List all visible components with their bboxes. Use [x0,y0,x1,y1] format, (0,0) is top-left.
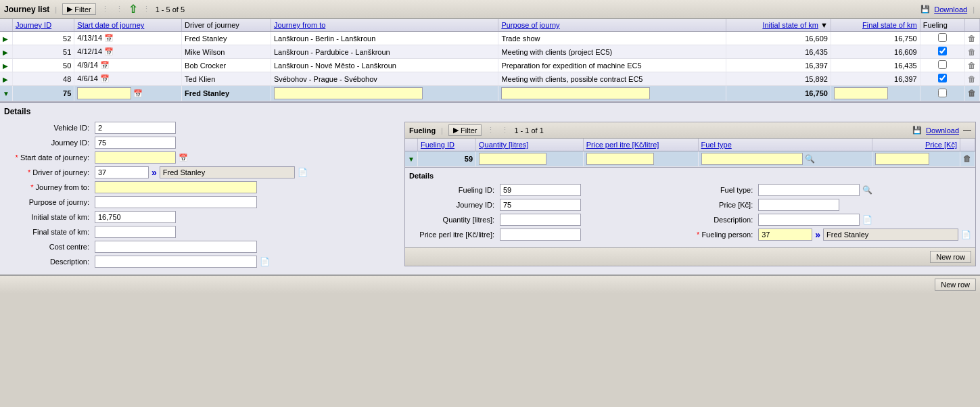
delete-icon[interactable]: 🗑 [963,154,971,164]
fueling-filter-button[interactable]: ▶ Filter [448,124,482,136]
final-km-cell: 16,397 [831,72,920,86]
search-icon[interactable]: 🔍 [862,185,872,195]
delete-icon[interactable]: 🗑 [968,89,976,98]
price-per-litre-detail-input[interactable] [500,229,581,241]
attach-icon[interactable]: 📄 [298,168,308,177]
final-km-input[interactable] [95,226,176,238]
quantity-detail-input[interactable] [500,214,581,226]
driver-cell: Mike Wilson [182,45,271,59]
purpose-input[interactable] [95,196,257,208]
calendar-icon[interactable]: 📅 [179,153,188,162]
expand-down-icon[interactable]: ▼ [408,155,415,163]
fueling-journey-id-row: Journey ID: [409,199,659,211]
vehicle-id-input[interactable] [95,122,176,134]
filter-icon: ▶ [67,5,72,14]
driver-row: * Driver of journey: » 📄 [4,166,396,178]
fueling-cell [920,32,964,45]
price-kc-detail-input[interactable] [758,199,839,211]
table-row: ▶ 52 4/13/14 📅 Fred Stanley Lanškroun - … [0,32,980,45]
fueling-person-name-input[interactable] [823,229,958,241]
start-date-label: * Start date of journey: [4,153,92,162]
purpose-row: Purpose of journy: [4,196,396,208]
fueling-id-input[interactable] [500,184,581,196]
route-input[interactable] [274,87,423,99]
journey-from-input[interactable] [95,181,257,193]
search-icon[interactable]: 🔍 [805,154,815,164]
download-link[interactable]: Download [934,5,967,14]
fueling-checkbox[interactable] [938,74,947,82]
calendar-icon[interactable]: 📅 [133,89,143,97]
description-label: Description: [4,258,92,266]
description-input[interactable] [95,256,257,268]
final-km-input[interactable] [834,87,888,99]
start-date-field[interactable] [95,151,176,164]
quantity-input[interactable] [479,153,546,165]
start-date-input[interactable] [77,87,131,99]
expand-icon[interactable]: ▶ [3,49,8,56]
minimize-button[interactable]: ― [963,126,971,135]
journey-list-toolbar: Journey list | ▶ Filter ⋮ ⋮ ⇧ ⋮ 1 - 5 of… [0,0,980,19]
price-per-litre-row: Price perl itre [Kč/litre]: [409,229,659,241]
expand-down-icon[interactable]: ▼ [3,90,9,97]
fuel-type-detail-input[interactable] [758,184,860,196]
journey-id-cell: 48 [12,72,74,86]
download-icon: 💾 [912,126,922,135]
delete-icon[interactable]: 🗑 [968,61,976,70]
journey-id-input[interactable] [95,137,176,149]
upload-arrow-icon: ⇧ [129,3,137,15]
purpose-cell: Preparation for expedition of machine EC… [498,59,726,72]
journey-id-cell: 52 [12,32,74,45]
expand-icon[interactable]: ▶ [3,35,8,43]
cost-centre-input[interactable] [95,241,257,253]
calendar-icon[interactable]: 📅 [100,61,110,69]
delete-icon[interactable]: 🗑 [968,47,976,57]
fueling-new-row-button[interactable]: New row [930,251,971,263]
table-row-active: ▼ 75 📅 Fred Stanley 16,750 🗑 [0,86,980,101]
fueling-details-form: Fueling ID: Journey ID: Quantity [litres… [409,184,971,243]
attach-icon[interactable]: 📄 [260,257,270,266]
fueling-checkbox[interactable] [938,89,947,97]
ref-arrow-icon[interactable]: » [815,229,820,240]
calendar-icon[interactable]: 📅 [104,34,114,42]
fueling-new-row-bar: New row [405,247,975,266]
attach-icon[interactable]: 📄 [862,215,872,224]
fueling-checkbox[interactable] [938,47,947,55]
driver-name-input[interactable] [160,166,295,178]
fueling-id-row: Fueling ID: [409,184,659,196]
bottom-new-row-button[interactable]: New row [935,279,976,291]
ref-arrow-icon[interactable]: » [151,167,157,178]
price-litre-input[interactable] [586,153,654,165]
fueling-id-label: Fueling ID: [409,186,497,194]
fueling-download-link[interactable]: Download [926,126,959,135]
quantity-row: Quantity [litres]: [409,214,659,226]
initial-km-cell: 16,609 [726,32,831,45]
delete-icon[interactable]: 🗑 [968,34,976,43]
calendar-icon[interactable]: 📅 [100,74,110,82]
fuel-type-cell: 🔍 [698,151,872,167]
attach-icon[interactable]: 📄 [961,230,971,239]
purpose-input[interactable] [501,87,650,99]
fueling-checkbox[interactable] [938,60,947,69]
driver-id-input[interactable] [95,166,149,178]
fueling-description-input[interactable] [758,214,860,226]
delete-icon[interactable]: 🗑 [968,74,976,84]
price-kc-input[interactable] [875,153,929,165]
page-title: Journey list [4,5,49,14]
purpose-cell: Meeting with clients (project EC5) [498,45,726,59]
expand-icon[interactable]: ▶ [3,62,8,70]
fueling-checkbox[interactable] [938,33,947,42]
cost-centre-row: Cost centre: [4,241,396,253]
start-date-cell: 4/9/14 📅 [74,59,182,72]
upload-button[interactable]: ⇧ [129,3,137,16]
expand-icon[interactable]: ▶ [3,76,8,83]
fueling-cell [920,45,964,59]
fueling-journey-id-input[interactable] [500,199,581,211]
fuel-type-input[interactable] [701,153,803,165]
filter-button[interactable]: ▶ Filter [62,3,95,15]
col-final-km: Final state of km [831,19,920,32]
initial-km-input[interactable] [95,211,176,223]
calendar-icon[interactable]: 📅 [104,47,114,55]
fueling-person-id-input[interactable] [758,229,812,241]
fueling-cell [920,86,964,101]
price-kc-row: Price [Kč]: [668,199,971,211]
